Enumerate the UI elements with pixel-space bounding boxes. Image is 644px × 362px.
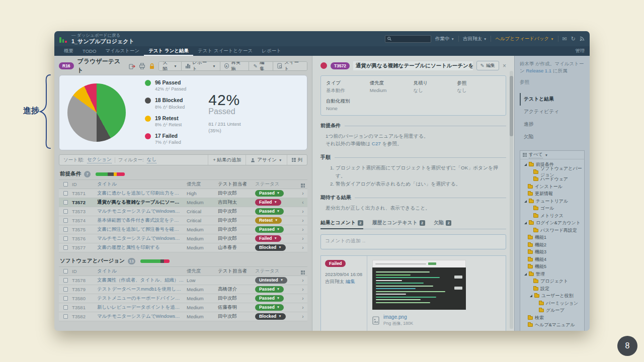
chevron-right-icon[interactable]: › — [298, 245, 307, 250]
row-checkbox[interactable] — [59, 218, 72, 223]
test-title-link[interactable]: 基本値範囲で条件付き書式設定をテストする — [97, 217, 187, 224]
tab-テスト スイートとケース[interactable]: テスト スイートとケース — [193, 46, 257, 56]
lock-icon[interactable] — [148, 62, 155, 69]
chevron-right-icon[interactable]: › — [298, 191, 307, 196]
table-columns-icon[interactable] — [298, 268, 307, 275]
sidebar-item-欠陥[interactable]: 欠陥 — [520, 131, 585, 143]
reference-link[interactable]: 参照 — [520, 78, 585, 85]
test-title-link[interactable]: テストデータベースmmdb1を使用して差し込み印刷機能を確認する — [97, 286, 187, 293]
tree-item[interactable]: 機能5 — [520, 263, 584, 270]
tree-item[interactable]: 設定 — [520, 285, 584, 293]
detail-tab-履歴とコンテキスト[interactable]: 履歴とコンテキスト2 — [372, 220, 425, 226]
tree-item[interactable]: パーミッション — [520, 300, 584, 307]
detail-tab-欠陥[interactable]: 欠陥2 — [434, 220, 452, 226]
tree-header[interactable]: すべて ▼ — [520, 151, 584, 159]
tree-item[interactable]: ゴール — [520, 205, 584, 212]
test-title-link[interactable]: マルチモニターシステムでWindowsのすべての機能を整理する — [97, 208, 187, 215]
tab-マイルストーン[interactable]: マイルストーン — [101, 46, 144, 56]
table-row[interactable]: T3578文書属性（作成者、タイトル、組織）を変更するLowUntested▼› — [59, 276, 307, 285]
tree-item[interactable]: 機能4 — [520, 256, 584, 263]
status-badge[interactable]: Retest▼ — [255, 217, 282, 224]
search-input[interactable] — [393, 36, 428, 41]
status-badge[interactable]: Blocked▼ — [255, 244, 286, 251]
status-badge[interactable]: Passed▼ — [255, 208, 284, 215]
tree-item[interactable]: ソフトウェアとバージョン — [520, 168, 584, 176]
chevron-right-icon[interactable]: › — [298, 218, 307, 223]
tree-item[interactable]: 機能3 — [520, 248, 584, 256]
chevron-right-icon[interactable]: › — [298, 236, 307, 241]
sidebar-item-テストと結果[interactable]: テストと結果 — [520, 93, 585, 106]
tree-item[interactable]: パスワード再設定 — [520, 227, 584, 234]
project-name[interactable]: 1_サンプルプロジェクト — [71, 38, 134, 45]
row-checkbox[interactable] — [59, 278, 72, 283]
chevron-left-icon[interactable]: ‹ — [298, 200, 307, 205]
user-menu[interactable]: 吉田翔太▼ — [463, 36, 487, 42]
chevron-right-icon[interactable]: › — [298, 287, 307, 292]
sort-value-link[interactable]: セクション — [87, 156, 112, 163]
test-title-link[interactable]: 文書属性（作成者、タイトル、組織）を変更する — [97, 277, 187, 284]
row-checkbox[interactable] — [59, 209, 72, 214]
test-title-link[interactable]: テストメニューのキーボードバインディングとショートカット — [97, 295, 187, 302]
screenshot-thumbnail[interactable] — [372, 260, 466, 310]
chevron-right-icon[interactable]: › — [298, 278, 307, 283]
report-button[interactable]: レポート▼ — [181, 62, 220, 70]
print-icon[interactable] — [138, 62, 145, 69]
columns-button[interactable]: 列 — [287, 155, 307, 165]
tree-item[interactable]: 更新情報 — [520, 190, 584, 198]
status-badge[interactable]: Passed▼ — [255, 286, 284, 293]
chevron-right-icon[interactable]: › — [298, 209, 307, 214]
test-title-link[interactable]: 新しいレビューデータポイントを追加する（メモを含む） — [97, 304, 187, 311]
tree-item[interactable]: チュートリアル — [520, 198, 584, 205]
test-title-link[interactable]: マルチモニターシステムでWindowsのすべての機能を整理する — [97, 313, 187, 320]
table-row[interactable]: T3573マルチモニターシステムでWindowsのすべての機能を整理するCrit… — [59, 207, 307, 216]
tree-item[interactable]: ユーザーと役割 — [520, 292, 584, 300]
tree-item[interactable]: グループ — [520, 307, 584, 314]
test-title-link[interactable]: 文書に透かしを追加して印刷出力を確認する — [97, 190, 187, 197]
tab-TODO[interactable]: TODO — [78, 46, 101, 56]
test-title-link[interactable]: マルチモニターシステムでWindowsのすべての機能を整理する — [97, 235, 187, 242]
global-search[interactable] — [385, 35, 431, 43]
row-checkbox[interactable] — [59, 296, 72, 301]
status-badge[interactable]: Failed▼ — [255, 199, 281, 206]
row-checkbox[interactable] — [59, 200, 72, 205]
row-checkbox[interactable] — [59, 191, 72, 196]
table-row[interactable]: T3579テストデータベースmmdb1を使用して差し込み印刷機能を確認するMed… — [59, 285, 307, 294]
chevron-right-icon[interactable]: › — [298, 314, 307, 319]
rss-icon[interactable] — [580, 36, 585, 41]
table-row[interactable]: T3575文書に脚注を追加して脚注番号を確認するMedium田中次郎Passed… — [59, 225, 307, 234]
expanded-arrow-icon[interactable] — [530, 295, 532, 297]
table-columns-icon[interactable] — [298, 181, 307, 188]
chevron-right-icon[interactable]: › — [298, 296, 307, 301]
test-title-link[interactable]: 通貨が異なる複雑なテーブルにソートルーチンを適用する — [97, 199, 187, 206]
tree-item[interactable]: 検索 — [520, 314, 584, 322]
table-row[interactable]: T3571文書に透かしを追加して印刷出力を確認するHigh田中次郎Passed▼… — [59, 189, 307, 198]
whats-new-icon[interactable]: ↻ — [571, 36, 576, 42]
edit-run-button[interactable]: ✎編集 — [249, 62, 272, 70]
row-checkbox[interactable] — [59, 245, 72, 250]
tree-item[interactable]: ヘルプ&マニュアル — [520, 321, 584, 329]
edit-result-link[interactable]: 編集 — [346, 279, 355, 284]
row-checkbox[interactable] — [59, 287, 72, 292]
work-status-menu[interactable]: 作業中▼ — [435, 36, 454, 42]
help-feedback-menu[interactable]: ヘルプとフィードバック▼ — [495, 36, 553, 42]
filter-value-link[interactable]: なし — [147, 156, 156, 163]
tab-概要[interactable]: 概要 — [59, 46, 78, 56]
case-reference-link[interactable]: C27 — [372, 141, 381, 146]
table-row[interactable]: T3576マルチモニターシステムでWindowsのすべての機能を整理するMedi… — [59, 234, 307, 243]
defects-button[interactable]: 欠陥▼ — [159, 62, 181, 70]
tree-item[interactable]: プロジェクト — [520, 278, 584, 285]
suite-button[interactable]: スイート — [273, 62, 307, 70]
scrollbar-thumb[interactable] — [510, 76, 513, 136]
sidebar-item-アクティビティ[interactable]: アクティビティ — [520, 106, 585, 118]
status-badge[interactable]: Passed▼ — [255, 295, 284, 302]
tree-item[interactable]: ログイン&アカウント — [520, 219, 584, 227]
assign-button[interactable]: アサイン▼ — [246, 155, 286, 165]
row-checkbox[interactable] — [59, 314, 72, 319]
attachment-name-link[interactable]: image.png — [383, 314, 413, 320]
row-checkbox[interactable] — [59, 305, 72, 310]
admin-link[interactable]: 管理 — [575, 46, 585, 56]
table-row[interactable]: T3577文書の履歴と属性を印刷するMedium山本春香Blocked▼› — [59, 243, 307, 252]
milestone-link[interactable]: Release 1.1 — [526, 68, 551, 73]
test-title-link[interactable]: 文書の履歴と属性を印刷する — [97, 244, 187, 251]
detail-tab-結果とコメント[interactable]: 結果とコメント2 — [320, 220, 363, 226]
